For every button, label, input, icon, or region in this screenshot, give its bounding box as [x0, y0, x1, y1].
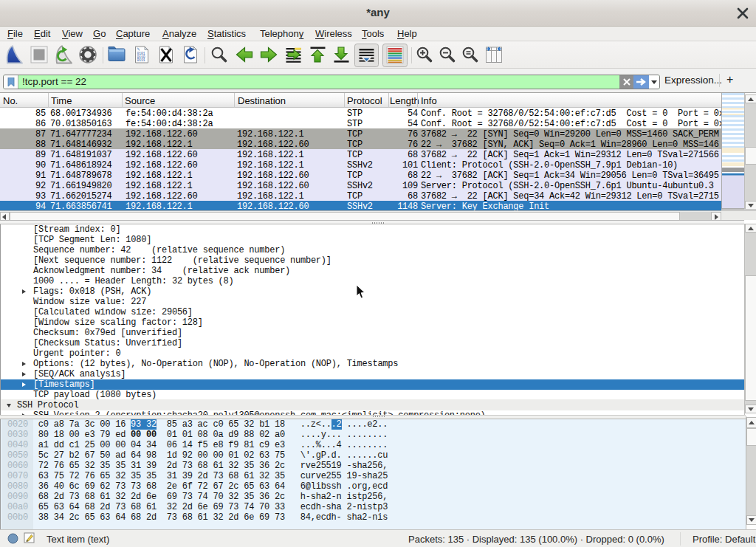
svg-text:0111: 0111 [137, 58, 145, 62]
